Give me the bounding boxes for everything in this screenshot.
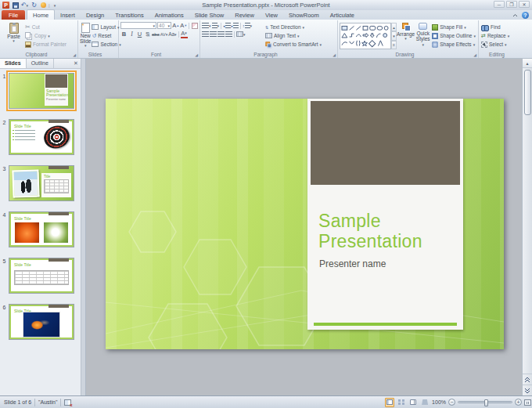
panel-close-icon[interactable]: ✕: [71, 59, 81, 68]
font-size-combo[interactable]: 40▾: [157, 22, 171, 29]
decrease-indent-button[interactable]: ◂: [223, 22, 231, 30]
font-dialog-launcher[interactable]: ◢: [195, 53, 198, 57]
font-color-button[interactable]: A▾: [181, 31, 188, 38]
clipboard-dialog-launcher[interactable]: ◢: [73, 53, 76, 57]
clear-formatting-button[interactable]: [191, 22, 198, 30]
slide-thumbnail-2[interactable]: 2 Slide Title: [0, 119, 81, 155]
bullets-button[interactable]: ▾: [202, 22, 211, 30]
tab-file[interactable]: File: [2, 10, 25, 20]
minimize-button[interactable]: ─: [494, 1, 505, 8]
arrange-button[interactable]: Arrange ▾: [397, 21, 415, 50]
layout-button[interactable]: Layout▾: [91, 23, 121, 31]
numbering-button[interactable]: ▾: [212, 22, 220, 30]
fit-to-window-button[interactable]: [524, 399, 531, 406]
zoom-in-button[interactable]: +: [515, 399, 522, 406]
shapes-scroll-down[interactable]: ▾: [391, 31, 397, 40]
slide-thumbnail-5[interactable]: 5 Slide Title: [0, 258, 81, 294]
tab-review[interactable]: Review: [229, 10, 260, 20]
align-text-button[interactable]: Align Text▾: [264, 32, 322, 39]
select-button[interactable]: Select▾: [480, 41, 510, 48]
spell-check-icon[interactable]: [64, 399, 71, 406]
convert-smartart-button[interactable]: Convert to SmartArt▾: [264, 41, 322, 48]
minimize-ribbon-icon[interactable]: [512, 13, 518, 17]
strikethrough-button[interactable]: abc: [152, 31, 160, 38]
powerpoint-logo-icon[interactable]: P: [2, 1, 10, 9]
tab-showroom[interactable]: ShowRoom: [283, 10, 325, 20]
slide-subtitle-text[interactable]: Presenter name: [319, 258, 463, 269]
find-button[interactable]: Find: [480, 23, 510, 31]
shape-fill-button[interactable]: Shape Fill▾: [431, 23, 476, 31]
tab-slide-show[interactable]: Slide Show: [189, 10, 230, 20]
shapes-gallery[interactable]: [340, 23, 391, 49]
next-slide-button[interactable]: [523, 385, 532, 395]
columns-button[interactable]: ▾: [236, 31, 246, 38]
addin-button[interactable]: [39, 1, 48, 9]
scroll-up-button[interactable]: ▲: [523, 59, 532, 68]
tab-transitions[interactable]: Transitions: [110, 10, 149, 20]
shapes-more-button[interactable]: ≡: [391, 41, 397, 49]
zoom-slider-thumb[interactable]: [484, 399, 488, 406]
quick-styles-button[interactable]: Quick Styles ▾: [415, 21, 431, 50]
grow-font-button[interactable]: A▲: [172, 22, 179, 30]
new-slide-button[interactable]: New Slide ▾: [80, 21, 91, 50]
redo-button[interactable]: ↻: [30, 1, 38, 9]
scrollbar-thumb[interactable]: [524, 70, 531, 115]
bullets-icon: [202, 23, 209, 28]
drawing-dialog-launcher[interactable]: ◢: [473, 53, 476, 57]
reading-view-button[interactable]: [408, 398, 418, 407]
justify-button[interactable]: [225, 31, 232, 38]
normal-view-button[interactable]: [385, 398, 394, 407]
shape-outline-button[interactable]: Shape Outline▾: [431, 32, 476, 39]
line-spacing-button[interactable]: ↕▾: [243, 22, 252, 30]
format-painter-button[interactable]: Format Painter: [24, 41, 67, 48]
help-button[interactable]: ?: [522, 12, 529, 19]
panel-tab-outline[interactable]: Outline: [27, 59, 54, 68]
shrink-font-button[interactable]: A▼: [180, 22, 187, 30]
previous-slide-button[interactable]: [523, 374, 532, 385]
replace-button[interactable]: ⇄Replace▾: [480, 32, 510, 39]
slide-thumbnail-6[interactable]: 6 Slide Title: [0, 304, 81, 340]
shape-outline-icon: [432, 33, 438, 39]
reset-button[interactable]: ↺Reset: [91, 32, 121, 39]
italic-button[interactable]: I: [128, 31, 135, 38]
align-left-button[interactable]: [202, 31, 209, 38]
slide-thumbnail-4[interactable]: 4 Slide Title: [0, 211, 81, 247]
slide-thumbnail-3[interactable]: 3 Title: [0, 165, 81, 201]
shape-effects-button[interactable]: Shape Effects▾: [431, 41, 476, 48]
shapes-scroll-up[interactable]: ▴: [391, 23, 397, 31]
restore-button[interactable]: ❐: [506, 1, 517, 8]
bold-button[interactable]: B: [120, 31, 128, 38]
copy-button[interactable]: Copy▾: [24, 32, 67, 39]
tab-insert[interactable]: Insert: [55, 10, 81, 20]
increase-indent-button[interactable]: ▸: [232, 22, 239, 30]
save-button[interactable]: [11, 1, 20, 9]
cut-button[interactable]: ✂Cut: [24, 23, 67, 31]
close-button[interactable]: ✕: [519, 1, 530, 8]
change-case-button[interactable]: Aa▾: [168, 31, 176, 38]
panel-tab-slides[interactable]: Slides: [0, 59, 27, 68]
slide-title-text[interactable]: Sample Presentation: [318, 211, 456, 251]
align-center-button[interactable]: [210, 31, 217, 38]
text-shadow-button[interactable]: S: [144, 31, 151, 38]
slide-show-button[interactable]: [420, 398, 430, 407]
text-direction-button[interactable]: ⇅Text Direction▾: [264, 23, 322, 31]
character-spacing-button[interactable]: AV▾: [160, 31, 167, 38]
tab-articulate[interactable]: Articulate: [325, 10, 360, 20]
undo-button[interactable]: ↶▾: [20, 1, 29, 9]
tab-home[interactable]: Home: [27, 9, 55, 20]
tab-design[interactable]: Design: [81, 10, 110, 20]
qat-customize-button[interactable]: ▾: [51, 1, 59, 9]
slide-sorter-view-button[interactable]: [397, 398, 406, 407]
current-slide[interactable]: Sample Presentation Presenter name: [106, 99, 504, 349]
paragraph-dialog-launcher[interactable]: ◢: [332, 53, 336, 57]
section-button[interactable]: Section▾: [91, 41, 121, 48]
zoom-slider[interactable]: [458, 401, 512, 403]
slide-thumbnail-1[interactable]: 1 Sample Presentation Presenter name: [0, 73, 81, 109]
tab-view[interactable]: View: [260, 10, 283, 20]
paste-button[interactable]: Paste ▾: [3, 21, 24, 50]
underline-button[interactable]: U: [136, 31, 143, 38]
font-name-combo[interactable]: ▾: [120, 22, 156, 29]
zoom-out-button[interactable]: −: [448, 399, 455, 406]
align-right-button[interactable]: [217, 31, 225, 38]
tab-animations[interactable]: Animations: [149, 10, 189, 20]
